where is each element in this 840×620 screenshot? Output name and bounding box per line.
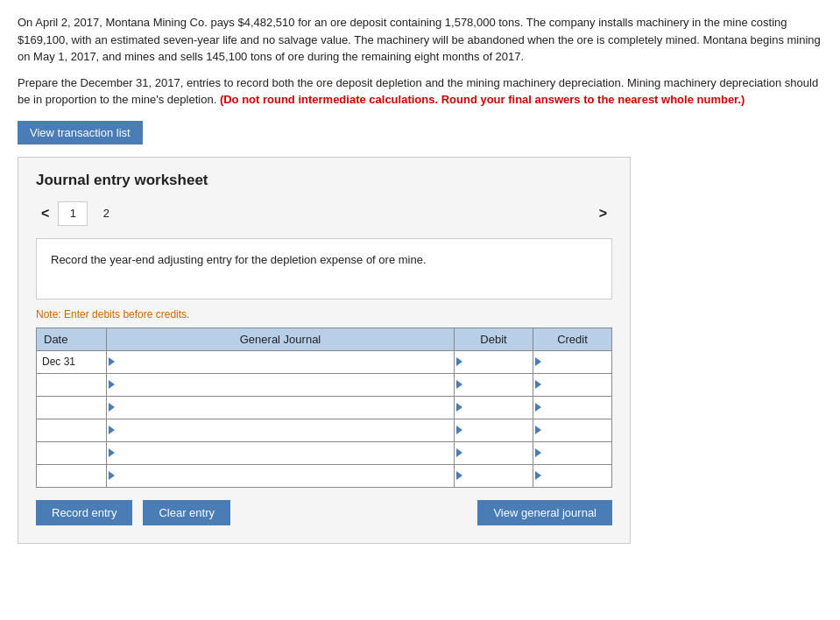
date-cell-1 bbox=[37, 373, 107, 396]
date-cell-3 bbox=[37, 419, 107, 441]
tri-indicator-credit-3 bbox=[535, 426, 541, 434]
credit-cell-3[interactable] bbox=[533, 419, 612, 441]
instruction-text: Record the year-end adjusting entry for … bbox=[51, 253, 427, 266]
debit-cell-0[interactable] bbox=[455, 350, 533, 373]
credit-cell-1[interactable] bbox=[533, 373, 612, 396]
debit-input-3[interactable] bbox=[464, 419, 533, 441]
debit-cell-3[interactable] bbox=[455, 419, 533, 441]
view-transaction-button[interactable]: View transaction list bbox=[18, 121, 143, 144]
tri-indicator-general-3 bbox=[109, 426, 115, 434]
record-entry-button[interactable]: Record entry bbox=[36, 500, 132, 525]
col-header-debit: Debit bbox=[455, 328, 533, 350]
credit-input-2[interactable] bbox=[543, 397, 611, 419]
tri-indicator-debit-2 bbox=[456, 403, 462, 412]
credit-cell-0[interactable] bbox=[533, 350, 612, 373]
tri-indicator-credit-1 bbox=[535, 380, 541, 389]
nav-prev-button[interactable]: < bbox=[36, 204, 54, 223]
nav-page-1[interactable]: 1 bbox=[58, 201, 88, 226]
tri-indicator-credit-5 bbox=[535, 471, 541, 480]
col-header-date: Date bbox=[37, 328, 107, 350]
instruction-box: Record the year-end adjusting entry for … bbox=[36, 238, 612, 299]
date-cell-0: Dec 31 bbox=[37, 350, 107, 373]
debit-input-5[interactable] bbox=[464, 465, 533, 487]
general-cell-0[interactable] bbox=[107, 350, 455, 373]
credit-cell-5[interactable] bbox=[533, 464, 612, 487]
general-input-1[interactable] bbox=[116, 374, 454, 396]
general-input-5[interactable] bbox=[116, 465, 454, 487]
nav-next-button[interactable]: > bbox=[594, 204, 612, 223]
tri-indicator-debit-0 bbox=[456, 357, 462, 366]
general-input-4[interactable] bbox=[116, 442, 454, 464]
tri-indicator-general-1 bbox=[109, 380, 115, 389]
debit-cell-4[interactable] bbox=[455, 441, 533, 464]
general-cell-4[interactable] bbox=[107, 441, 455, 464]
table-row bbox=[37, 396, 612, 419]
view-general-journal-button[interactable]: View general journal bbox=[477, 500, 612, 525]
tri-indicator-credit-0 bbox=[535, 357, 541, 366]
tri-indicator-debit-5 bbox=[456, 471, 462, 480]
credit-cell-4[interactable] bbox=[533, 441, 612, 464]
paragraph-2-red: (Do not round intermediate calculations.… bbox=[220, 93, 745, 106]
nav-row: < 1 2 > bbox=[36, 201, 612, 226]
debit-input-1[interactable] bbox=[464, 374, 533, 396]
debit-input-0[interactable] bbox=[464, 351, 533, 373]
general-input-2[interactable] bbox=[116, 397, 454, 419]
table-row bbox=[37, 464, 612, 487]
debit-input-2[interactable] bbox=[464, 397, 533, 419]
credit-input-4[interactable] bbox=[543, 442, 611, 464]
tri-indicator-general-2 bbox=[109, 403, 115, 412]
worksheet-title: Journal entry worksheet bbox=[36, 172, 612, 189]
credit-input-1[interactable] bbox=[543, 374, 611, 396]
general-cell-2[interactable] bbox=[107, 396, 455, 419]
table-row: Dec 31 bbox=[37, 350, 612, 373]
general-input-0[interactable] bbox=[116, 351, 454, 373]
nav-page-2[interactable]: 2 bbox=[91, 201, 121, 226]
clear-entry-button[interactable]: Clear entry bbox=[143, 500, 230, 525]
worksheet-container: Journal entry worksheet < 1 2 > Record t… bbox=[18, 157, 631, 544]
paragraph-2: Prepare the December 31, 2017, entries t… bbox=[18, 74, 822, 109]
tri-indicator-debit-3 bbox=[456, 426, 462, 434]
action-row: Record entry Clear entry View general jo… bbox=[36, 500, 612, 525]
debit-input-4[interactable] bbox=[464, 442, 533, 464]
general-cell-5[interactable] bbox=[107, 464, 455, 487]
paragraph-1: On April 2, 2017, Montana Mining Co. pay… bbox=[18, 14, 822, 66]
debit-cell-5[interactable] bbox=[455, 464, 533, 487]
tri-indicator-general-4 bbox=[109, 448, 115, 457]
general-cell-1[interactable] bbox=[107, 373, 455, 396]
table-row bbox=[37, 373, 612, 396]
date-cell-4 bbox=[37, 441, 107, 464]
tri-indicator-credit-2 bbox=[535, 403, 541, 412]
problem-text: On April 2, 2017, Montana Mining Co. pay… bbox=[18, 14, 822, 109]
credit-input-3[interactable] bbox=[543, 419, 611, 441]
general-input-3[interactable] bbox=[116, 419, 454, 441]
col-header-general: General Journal bbox=[107, 328, 455, 350]
tri-indicator-credit-4 bbox=[535, 448, 541, 457]
date-cell-2 bbox=[37, 396, 107, 419]
tri-indicator-general-0 bbox=[109, 357, 115, 366]
col-header-credit: Credit bbox=[533, 328, 612, 350]
debit-cell-2[interactable] bbox=[455, 396, 533, 419]
tri-indicator-general-5 bbox=[109, 471, 115, 480]
credit-input-5[interactable] bbox=[543, 465, 611, 487]
table-row bbox=[37, 419, 612, 441]
note-text: Note: Enter debits before credits. bbox=[36, 308, 612, 321]
general-cell-3[interactable] bbox=[107, 419, 455, 441]
credit-input-0[interactable] bbox=[543, 351, 611, 373]
tri-indicator-debit-1 bbox=[456, 380, 462, 389]
tri-indicator-debit-4 bbox=[456, 448, 462, 457]
debit-cell-1[interactable] bbox=[455, 373, 533, 396]
credit-cell-2[interactable] bbox=[533, 396, 612, 419]
table-row bbox=[37, 441, 612, 464]
journal-table: Date General Journal Debit Credit Dec 31 bbox=[36, 328, 612, 488]
date-cell-5 bbox=[37, 464, 107, 487]
